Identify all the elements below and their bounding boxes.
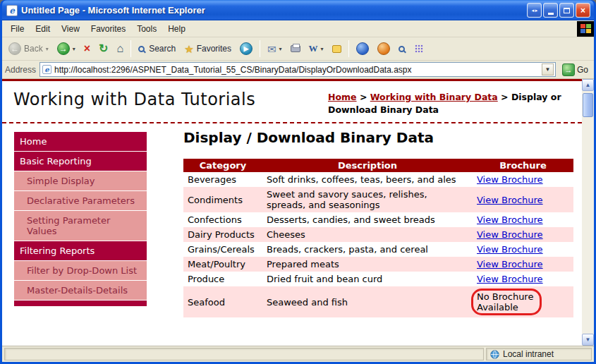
home-icon: ⌂ [116, 43, 123, 54]
sidebar-item-label: Setting Parameter Values [27, 215, 110, 236]
favorites-button[interactable]: ★ Favorites [181, 42, 235, 56]
menu-help[interactable]: Help [162, 22, 191, 36]
column-header-description: Description [262, 159, 473, 172]
sidebar-item-filter-by-dropdown-list[interactable]: Filter by Drop-Down List [14, 261, 147, 281]
breadcrumb-separator: > [357, 92, 370, 102]
plugin-button[interactable] [374, 41, 394, 56]
breadcrumb: Home > Working with Binary Data > Displa… [328, 90, 576, 116]
address-url[interactable]: http://localhost:2296/ASPNET_Data_Tutori… [54, 65, 539, 75]
minimize-button[interactable] [543, 3, 558, 18]
view-brochure-link[interactable]: View Brochure [477, 229, 543, 240]
description-cell: Soft drinks, coffees, teas, beers, and a… [262, 172, 473, 187]
address-input[interactable]: e http://localhost:2296/ASPNET_Data_Tuto… [39, 62, 556, 77]
scroll-up-button[interactable]: ▲ [582, 79, 594, 91]
toolbar-separator [130, 40, 131, 57]
address-dropdown-button[interactable]: ▼ [542, 63, 554, 75]
close-button[interactable]: × [576, 3, 590, 18]
maximize-button[interactable] [559, 3, 574, 18]
description-cell: Prepared meats [262, 257, 473, 272]
table-row: Grains/Cereals Breads, crackers, pasta, … [183, 242, 573, 257]
view-brochure-link[interactable]: View Brochure [477, 274, 543, 284]
view-brochure-link[interactable]: View Brochure [477, 195, 543, 205]
breadcrumb-separator: > [498, 92, 511, 102]
edit-dropdown-icon: ▾ [321, 46, 324, 52]
description-cell: Cheeses [262, 227, 473, 242]
table-row: Confections Desserts, candies, and sweet… [183, 212, 573, 227]
menu-favorites[interactable]: Favorites [85, 22, 131, 36]
sidebar-item-master-details-details[interactable]: Master-Details-Details [14, 281, 147, 301]
scrollbar-thumb[interactable] [583, 93, 593, 117]
refresh-button[interactable]: ↻ [95, 42, 111, 56]
view-brochure-link[interactable]: View Brochure [477, 259, 543, 269]
menu-view[interactable]: View [56, 22, 85, 36]
sidebar-item-setting-parameter-values[interactable]: Setting Parameter Values [14, 211, 147, 241]
breadcrumb-link-section[interactable]: Working with Binary Data [370, 92, 498, 102]
window-title: Untitled Page - Microsoft Internet Explo… [21, 5, 523, 16]
window-buttons: ◄► × [527, 3, 590, 18]
media-button[interactable]: ▶ [236, 41, 256, 56]
research-button[interactable] [395, 44, 410, 54]
sidebar-item-label: Master-Details-Details [27, 285, 128, 296]
sidebar-item-label: Declarative Parameters [27, 195, 135, 206]
window-dock-button[interactable]: ◄► [527, 3, 542, 18]
print-button[interactable] [287, 44, 304, 54]
menu-bar: File Edit View Favorites Tools Help [2, 20, 594, 37]
scrollbar-track[interactable] [582, 91, 594, 334]
discuss-button[interactable] [329, 44, 345, 54]
scroll-down-button[interactable]: ▼ [582, 334, 594, 346]
forward-dropdown-icon: ▾ [73, 46, 75, 52]
ie-page-icon: e [6, 5, 18, 16]
table-row: Meat/Poultry Prepared meats View Brochur… [183, 257, 573, 272]
search-button[interactable]: Search [135, 42, 179, 55]
category-cell: Beverages [183, 172, 262, 187]
stop-icon: × [84, 43, 90, 54]
description-cell: Desserts, candies, and sweet breads [262, 212, 473, 227]
messenger-icon [356, 42, 369, 55]
back-label: Back [24, 44, 43, 54]
home-button[interactable]: ⌂ [113, 42, 127, 56]
refresh-icon: ↻ [99, 43, 108, 54]
menu-edit[interactable]: Edit [30, 22, 56, 36]
table-row: Beverages Soft drinks, coffees, teas, be… [183, 172, 573, 187]
edit-button[interactable]: W ▾ [305, 42, 327, 56]
browser-window: e Untitled Page - Microsoft Internet Exp… [0, 0, 596, 364]
no-brochure-text: No Brochure Available [477, 291, 533, 313]
table-header-row: Category Description Brochure [183, 159, 573, 172]
messenger-button[interactable] [353, 41, 372, 56]
media-icon: ▶ [240, 42, 253, 55]
view-brochure-link[interactable]: View Brochure [477, 214, 543, 225]
vertical-scrollbar[interactable]: ▲ ▼ [582, 79, 594, 346]
apps-grid-button[interactable] [411, 43, 427, 54]
view-brochure-link[interactable]: View Brochure [477, 174, 543, 185]
view-brochure-link[interactable]: View Brochure [477, 244, 543, 255]
mail-dropdown-icon: ▾ [279, 46, 282, 52]
table-row: Seafood Seaweed and fish No Brochure Ava… [183, 286, 573, 317]
mail-button[interactable]: ✉ ▾ [264, 42, 286, 56]
menu-tools[interactable]: Tools [131, 22, 162, 36]
sidebar-item-filtering-reports[interactable]: Filtering Reports [14, 241, 147, 261]
table-row: Dairy Products Cheeses View Brochure [183, 227, 573, 242]
forward-button[interactable]: → ▾ [54, 41, 79, 56]
site-title: Working with Data Tutorials [13, 90, 255, 109]
sidebar-item-clipped[interactable] [14, 301, 147, 307]
sidebar-item-declarative-parameters[interactable]: Declarative Parameters [14, 191, 147, 211]
breadcrumb-link-home[interactable]: Home [328, 92, 357, 102]
go-button[interactable]: → Go [559, 63, 591, 77]
category-cell: Meat/Poultry [183, 257, 262, 272]
search-label: Search [149, 44, 176, 54]
toolbar-separator [348, 40, 349, 57]
maximize-icon [564, 8, 570, 13]
title-bar: e Untitled Page - Microsoft Internet Exp… [2, 0, 594, 20]
page-title: Display / Download Binary Data [183, 129, 573, 146]
sidebar-item-simple-display[interactable]: Simple Display [14, 171, 147, 191]
table-row: Condiments Sweet and savory sauces, reli… [183, 187, 573, 212]
category-cell: Dairy Products [183, 227, 262, 242]
plugin-icon [377, 42, 390, 55]
sidebar-item-basic-reporting[interactable]: Basic Reporting [14, 152, 147, 171]
back-button[interactable]: ← Back ▾ [5, 41, 52, 56]
sidebar-item-home[interactable]: Home [14, 132, 147, 152]
page-header: Working with Data Tutorials Home > Worki… [2, 81, 582, 123]
stop-button[interactable]: × [80, 42, 94, 56]
description-cell: Breads, crackers, pasta, and cereal [262, 242, 473, 257]
menu-file[interactable]: File [5, 22, 30, 36]
